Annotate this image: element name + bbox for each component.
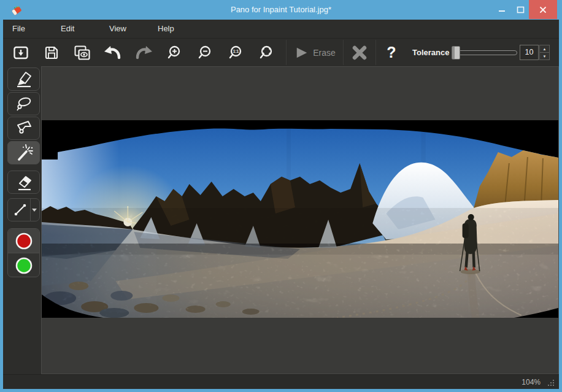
preview-result-button[interactable] (67, 39, 98, 66)
tolerance-value-field[interactable]: 10 (520, 45, 539, 60)
red-marker-icon (15, 232, 33, 250)
titlebar[interactable]: Pano for Inpaint Tutorial.jpg* (0, 0, 562, 20)
tolerance-decrement-button[interactable]: ▼ (540, 53, 549, 60)
help-label: ? (387, 44, 396, 61)
status-bar: 104% (3, 374, 559, 389)
menu-file[interactable]: File (12, 20, 61, 38)
eraser-tool-button[interactable] (7, 171, 40, 194)
menu-help[interactable]: Help (158, 20, 206, 38)
run-erase-label: Erase (313, 48, 336, 58)
resize-grip[interactable] (547, 379, 555, 386)
chevron-down-icon (32, 209, 37, 212)
zoom-actual-icon: 1:1 (228, 45, 244, 61)
red-marker-button[interactable] (8, 229, 39, 253)
open-image-button[interactable] (6, 39, 36, 66)
marker-tool-button[interactable] (7, 67, 40, 91)
tolerance-slider-track[interactable] (456, 50, 517, 55)
tolerance-slider-handle[interactable] (452, 46, 460, 60)
run-icon (295, 46, 309, 60)
zoom-in-button[interactable] (159, 39, 190, 66)
toolbar-separator (375, 40, 376, 65)
undo-button[interactable] (98, 39, 128, 66)
menu-edit[interactable]: Edit (61, 20, 109, 38)
menu-bar: File Edit View Help (3, 20, 559, 38)
toolbar: 1:1 Erase ? Tolerance (3, 38, 559, 66)
polygon-lasso-icon (15, 119, 33, 137)
marker-icon (15, 70, 33, 88)
tolerance-label: Tolerance (412, 39, 449, 66)
toolbar-separator (343, 40, 344, 65)
green-marker-button[interactable] (8, 253, 39, 277)
redo-button[interactable] (128, 39, 159, 66)
zoom-actual-button[interactable]: 1:1 (220, 39, 251, 66)
polygon-lasso-tool-button[interactable] (7, 117, 40, 140)
magic-wand-tool-button[interactable] (7, 141, 40, 164)
workspace: 104% (3, 66, 559, 389)
tolerance-increment-button[interactable]: ▲ (540, 45, 549, 53)
close-icon (539, 6, 547, 13)
panorama-glacier (42, 200, 558, 318)
line-icon (11, 201, 29, 219)
zoom-out-icon (197, 45, 214, 61)
panorama-photo[interactable] (42, 120, 558, 318)
line-tool-dropdown[interactable] (30, 199, 37, 221)
zoom-level-label: 104% (522, 375, 541, 390)
preview-eye-icon (73, 44, 91, 61)
image-canvas[interactable] (41, 66, 559, 374)
zoom-out-button[interactable] (190, 39, 220, 66)
cancel-x-icon (351, 44, 368, 61)
minimize-icon (498, 6, 506, 13)
window-frame-bottom (0, 389, 562, 392)
zoom-fit-icon (258, 45, 275, 61)
minimize-button[interactable] (493, 0, 510, 19)
redo-icon (134, 45, 153, 61)
window-frame-right (559, 20, 562, 389)
zoom-fit-button[interactable] (251, 39, 282, 66)
save-icon (44, 45, 60, 61)
open-image-icon (12, 45, 29, 61)
save-button[interactable] (36, 39, 67, 66)
lasso-tool-button[interactable] (7, 92, 40, 115)
lasso-icon (15, 94, 33, 113)
help-button[interactable]: ? (378, 39, 405, 66)
cancel-button[interactable] (345, 39, 374, 66)
magic-wand-icon (15, 144, 33, 162)
green-marker-icon (15, 256, 33, 275)
eraser-icon (15, 173, 33, 191)
run-erase-button[interactable]: Erase (288, 39, 342, 66)
tolerance-spinner: ▲ ▼ (539, 45, 550, 60)
window-title: Pano for Inpaint Tutorial.jpg* (0, 0, 562, 20)
menu-view[interactable]: View (109, 20, 158, 38)
zoom-in-icon (166, 45, 183, 61)
app-window: Pano for Inpaint Tutorial.jpg* File Edit… (0, 0, 562, 392)
toolbar-separator (286, 40, 287, 65)
svg-text:1:1: 1:1 (233, 49, 239, 53)
close-button[interactable] (529, 0, 557, 19)
maximize-icon (517, 6, 525, 13)
undo-icon (104, 45, 122, 61)
line-tool-button[interactable] (7, 198, 40, 221)
maximize-button[interactable] (512, 0, 529, 19)
marker-color-group (7, 228, 40, 277)
